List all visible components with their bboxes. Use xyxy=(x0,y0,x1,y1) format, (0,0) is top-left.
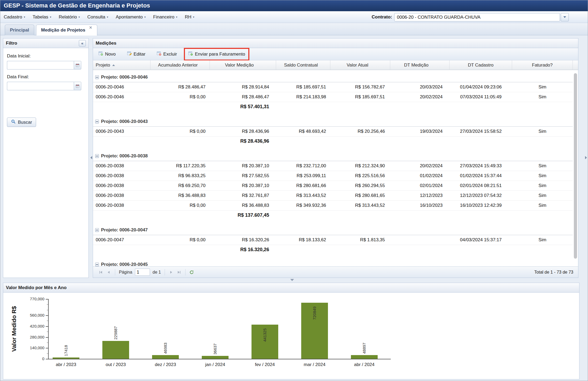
grid-cell xyxy=(276,245,330,255)
new-record-icon xyxy=(98,51,103,57)
medicoes-panel-title: Medições xyxy=(96,41,116,46)
collapse-group-icon[interactable] xyxy=(95,120,99,123)
tab-strip: Principal Medição de Projetos ✕ xyxy=(0,23,588,35)
group-header[interactable]: Projeto: 0006-20-0046 xyxy=(93,72,573,82)
buscar-button[interactable]: Buscar xyxy=(7,118,36,127)
toolbar-separator xyxy=(115,269,115,275)
grid-cell: 19/03/2024 xyxy=(390,127,450,136)
grid-cell: 0006-20-0038 xyxy=(93,201,150,210)
group-header[interactable]: Projeto: 0006-20-0043 xyxy=(93,116,573,127)
next-page-button[interactable] xyxy=(167,268,175,276)
vertical-scrollbar-thumb[interactable] xyxy=(574,73,577,259)
grid-row[interactable]: 0006-20-0046R$ 0,00R$ 28.486,47R$ 214.18… xyxy=(93,92,573,102)
grid-cell: 16/10/2023 12:42:39 xyxy=(450,201,512,210)
grid-cell: R$ 28.486,47 xyxy=(210,92,276,102)
contract-label: Contrato: xyxy=(372,14,392,20)
grid-row[interactable]: 0006-20-0038R$ 0,00R$ 36.488,83R$ 349.93… xyxy=(93,201,573,211)
previous-page-button[interactable] xyxy=(105,268,113,276)
menu-cadastro[interactable]: Cadastro▾ xyxy=(0,11,29,23)
collapse-filter-region-icon[interactable] xyxy=(90,156,92,159)
grid-cell: R$ 1.813,35 xyxy=(330,235,390,245)
column-header-valor-atual[interactable]: Valor Atual xyxy=(330,60,390,70)
grid-cell: R$ 36.488,83 xyxy=(150,191,210,200)
grid-cell xyxy=(330,102,390,112)
grid-row[interactable]: 0006-20-0038R$ 117.220,35R$ 20.387,10R$ … xyxy=(93,161,573,171)
toolbar-button-excluir[interactable]: Excluir xyxy=(154,50,179,59)
first-page-button[interactable] xyxy=(97,268,105,276)
close-tab-icon[interactable]: ✕ xyxy=(89,25,92,30)
menu-tabelas[interactable]: Tabelas▾ xyxy=(29,11,55,23)
collapse-group-icon[interactable] xyxy=(95,228,99,232)
calendar-icon[interactable] xyxy=(74,61,81,69)
collapse-group-icon[interactable] xyxy=(95,263,99,266)
grid-cell: R$ 69.250,70 xyxy=(150,181,210,190)
chevron-down-icon: ▾ xyxy=(176,15,177,18)
grid-cell: 0006-20-0038 xyxy=(93,191,150,200)
column-header-saldo-contratual[interactable]: Saldo Contratual xyxy=(276,60,330,70)
medicoes-toolbar: Novo Editar Excluir Enviar para Faturame… xyxy=(93,48,578,60)
grid-cell: 0006-20-0046 xyxy=(93,92,150,102)
column-header-projeto[interactable]: Projeto xyxy=(93,60,150,70)
grid-cell xyxy=(512,137,573,147)
grid-row[interactable]: 0006-20-0038R$ 36.488,83R$ 32.761,87R$ 3… xyxy=(93,191,573,201)
contract-dropdown-trigger[interactable] xyxy=(561,13,569,21)
menu-financeiro[interactable]: Financeiro▾ xyxy=(149,11,181,23)
grid-cell xyxy=(330,211,390,221)
collapse-right-region-icon[interactable] xyxy=(585,156,587,159)
y-minor-tick xyxy=(47,304,48,305)
contract-combobox[interactable]: 0006-20 - CONTRATO GUARDA-CHUVA xyxy=(394,13,560,21)
toolbar-button-novo[interactable]: Novo xyxy=(96,50,118,59)
data-inicial-label: Data Inicial: xyxy=(7,53,85,59)
grid-row[interactable]: 0006-20-0038R$ 96.833,25R$ 27.582,55R$ 2… xyxy=(93,171,573,181)
page-label: Página xyxy=(119,270,132,275)
grid-row[interactable]: 0006-20-0043R$ 0,00R$ 28.436,96R$ 48.693… xyxy=(93,127,573,137)
grid-cell: R$ 48.693,42 xyxy=(276,127,330,136)
toolbar-button-editar[interactable]: Editar xyxy=(125,50,148,59)
splitter-handle-icon[interactable] xyxy=(290,279,294,281)
bar-value-label: 17418 xyxy=(64,345,68,356)
menu-apontamento[interactable]: Apontamento▾ xyxy=(112,11,149,23)
grid-row[interactable]: 0006-20-0038R$ 69.250,70R$ 20.387,10R$ 2… xyxy=(93,181,573,191)
grid-cell: R$ 28.914,84 xyxy=(210,82,276,92)
last-page-button[interactable] xyxy=(175,268,183,276)
group-header[interactable]: Projeto: 0006-20-0045 xyxy=(93,259,573,266)
column-header-dt-medi-o[interactable]: DT Medição xyxy=(390,60,450,70)
grid-cell: R$ 185.697,51 xyxy=(276,82,330,92)
column-header-acumulado-anterior[interactable]: Acumulado Anterior xyxy=(150,60,210,70)
chart-panel: Valor Medido por Mês e Ano Valor Medido … xyxy=(3,283,579,379)
grid-cell: 01/04/2024 09:23:06 xyxy=(450,82,512,92)
group-header[interactable]: Projeto: 0006-20-0047 xyxy=(93,225,573,235)
refresh-button[interactable] xyxy=(188,268,196,276)
chart-bar xyxy=(53,357,79,359)
column-header-faturado-[interactable]: Faturado? xyxy=(512,60,573,70)
data-inicial-input[interactable] xyxy=(7,61,74,69)
grid-row[interactable]: 0006-20-0047R$ 0,00R$ 16.320,26R$ 18.133… xyxy=(93,235,573,245)
group-header[interactable]: Projeto: 0006-20-0038 xyxy=(93,151,573,161)
menu-relat-rio[interactable]: Relatório▾ xyxy=(55,11,84,23)
tab-label: Medição de Projetos xyxy=(41,28,85,33)
tab-principal[interactable]: Principal xyxy=(5,25,34,35)
tab-medicao-de-projetos[interactable]: Medição de Projetos ✕ xyxy=(36,25,97,36)
column-header-valor-medi-o[interactable]: Valor Medição xyxy=(210,60,276,70)
collapse-group-icon[interactable] xyxy=(95,75,99,79)
bar-value-label: 229887 xyxy=(113,326,118,340)
grid-cell: 27/03/2024 15:58:52 xyxy=(450,127,512,136)
page-number-input[interactable] xyxy=(135,269,150,276)
x-tick-label: dez / 2023 xyxy=(141,362,190,367)
calendar-icon[interactable] xyxy=(74,82,81,90)
grid-body: Projeto: 0006-20-00460006-20-0046R$ 28.4… xyxy=(93,70,578,266)
menu-rh[interactable]: RH▾ xyxy=(181,11,198,23)
grid-cell: Sim xyxy=(512,82,573,92)
data-final-label: Data Final: xyxy=(7,74,85,80)
column-header-dt-cadastro[interactable]: DT Cadastro xyxy=(450,60,512,70)
toolbar-button-enviar-para-faturamento[interactable]: Enviar para Faturamento xyxy=(186,50,247,59)
grid-row[interactable]: 0006-20-0046R$ 28.486,47R$ 28.914,84R$ 1… xyxy=(93,82,573,92)
toolbar-button-label: Editar xyxy=(134,52,145,57)
collapse-panel-icon[interactable]: « xyxy=(79,40,86,46)
collapse-group-icon[interactable] xyxy=(95,154,99,158)
grid-cell: R$ 225.516,56 xyxy=(330,171,390,181)
menu-consulta[interactable]: Consulta▾ xyxy=(84,11,112,23)
grid-header-row: ProjetoAcumulado AnteriorValor MediçãoSa… xyxy=(93,60,578,70)
grid-cell: R$ 32.761,87 xyxy=(210,191,276,200)
data-final-input[interactable] xyxy=(7,82,74,90)
